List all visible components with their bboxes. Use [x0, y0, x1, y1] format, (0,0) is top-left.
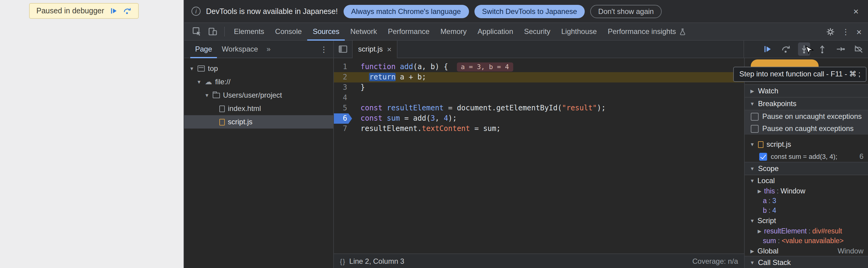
tree-item-scriptjs[interactable]: script.js: [184, 115, 333, 128]
info-icon: i: [191, 7, 200, 16]
code-area[interactable]: 1function add(a, b) {a = 3, b = 42 retur…: [334, 58, 744, 254]
scope-local-header[interactable]: Local: [745, 175, 868, 186]
code-token: return: [369, 73, 396, 81]
editor-tab-scriptjs[interactable]: script.js ×: [352, 40, 398, 58]
code-line-2[interactable]: 2 return a + b;: [334, 72, 744, 83]
tab-network[interactable]: Network: [345, 23, 382, 40]
scope-entry-this[interactable]: this: Window: [745, 186, 868, 196]
scope-entry-resultelement[interactable]: resultElement: div#result: [745, 226, 868, 236]
section-watch[interactable]: Watch: [745, 84, 868, 98]
tab-sources[interactable]: Sources: [307, 23, 345, 40]
step-out-button[interactable]: [816, 42, 828, 56]
code-line-1[interactable]: 1function add(a, b) {a = 3, b = 4: [334, 62, 744, 72]
tab-memory[interactable]: Memory: [435, 23, 472, 40]
debugger-controls-toolbar: [744, 41, 868, 58]
chevron-right-icon[interactable]: [757, 188, 762, 194]
match-chrome-language-button[interactable]: Always match Chrome's language: [343, 4, 469, 18]
tab-performance[interactable]: Performance: [382, 23, 435, 40]
dont-show-again-button[interactable]: Don't show again: [590, 4, 662, 18]
chevron-right-icon[interactable]: [749, 248, 755, 254]
chevron-down-icon[interactable]: [749, 166, 755, 171]
js-file-icon: [219, 119, 225, 125]
chevron-down-icon[interactable]: [196, 79, 202, 85]
inline-eval-badge: a = 3, b = 4: [457, 62, 513, 71]
tab-console[interactable]: Console: [270, 23, 307, 40]
tab-page[interactable]: Page: [190, 40, 217, 58]
code-token: );: [448, 114, 457, 122]
resume-script-icon[interactable]: [110, 7, 118, 15]
scope-script-header[interactable]: Script: [745, 215, 868, 226]
scope-entry-sum[interactable]: sum: <value unavailable>: [745, 236, 868, 245]
more-tabs-icon[interactable]: »: [263, 45, 274, 53]
line-number[interactable]: 7: [334, 124, 352, 134]
breakpoint-checkbox[interactable]: [759, 152, 767, 160]
tab-elements[interactable]: Elements: [228, 23, 270, 40]
tree-item-file-origin[interactable]: ☁ file://: [184, 75, 333, 89]
chevron-right-icon[interactable]: [757, 228, 762, 234]
code-line-6[interactable]: 6const sum = add(3, 4);: [334, 113, 744, 124]
tab-security[interactable]: Security: [519, 23, 556, 40]
section-scope[interactable]: Scope: [745, 162, 868, 175]
close-tab-icon[interactable]: ×: [387, 44, 392, 54]
tree-item-indexhtml[interactable]: index.html: [184, 102, 333, 115]
tab-application[interactable]: Application: [472, 23, 518, 40]
tab-lighthouse[interactable]: Lighthouse: [556, 23, 602, 40]
chevron-down-icon[interactable]: [189, 66, 194, 71]
line-number[interactable]: 2: [334, 72, 352, 83]
folder-icon: [213, 92, 220, 98]
chevron-down-icon[interactable]: [749, 142, 755, 147]
switch-to-japanese-button[interactable]: Switch DevTools to Japanese: [474, 4, 585, 18]
pause-uncaught-row[interactable]: Pause on uncaught exceptions: [745, 110, 868, 122]
code-line-3[interactable]: 3}: [334, 83, 744, 93]
panel-tab-strip: Page Workspace » ⋮ script.js ×: [184, 41, 868, 58]
inspect-element-icon[interactable]: [192, 27, 202, 36]
line-number[interactable]: 5: [334, 103, 352, 113]
tree-item-top[interactable]: top: [184, 62, 333, 75]
scope-global-header[interactable]: Global Window: [745, 245, 868, 257]
code-line-5[interactable]: 5const resultElement = document.getEleme…: [334, 103, 744, 113]
tab-workspace[interactable]: Workspace: [217, 40, 263, 58]
step-over-icon[interactable]: [123, 7, 131, 15]
file-navigator: top ☁ file:// Users/user/project index.h…: [184, 58, 334, 268]
chevron-down-icon[interactable]: [204, 92, 210, 98]
step-button[interactable]: [834, 42, 846, 56]
cursor-position: Line 2, Column 3: [349, 257, 404, 265]
breakpoint-marker[interactable]: 6: [334, 113, 352, 124]
breakpoint-file-group[interactable]: script.js: [745, 138, 868, 150]
breakpoint-entry[interactable]: const sum = add(3, 4); 6: [745, 150, 868, 162]
code-token: = document.getElementById(: [444, 104, 562, 112]
close-devtools-icon[interactable]: ×: [856, 26, 862, 37]
chevron-down-icon[interactable]: [749, 178, 755, 183]
section-call-stack[interactable]: Call Stack: [745, 256, 868, 268]
code-token: 4: [444, 114, 448, 122]
experiment-flask-icon: [678, 28, 686, 35]
code-line-7[interactable]: 7resultElement.textContent = sum;: [334, 124, 744, 134]
tree-item-project-folder[interactable]: Users/user/project: [184, 89, 333, 102]
chevron-down-icon[interactable]: [749, 101, 755, 107]
toggle-navigator-icon[interactable]: [339, 46, 347, 53]
code-line-4[interactable]: 4: [334, 93, 744, 103]
line-number[interactable]: 3: [334, 83, 352, 93]
pause-caught-checkbox[interactable]: [751, 125, 758, 132]
tab-performance-insights[interactable]: Performance insights: [602, 23, 692, 40]
sidebar-menu-icon[interactable]: ⋮: [320, 44, 333, 54]
chevron-right-icon[interactable]: [749, 88, 755, 94]
chevron-down-icon[interactable]: [749, 218, 755, 224]
chevron-down-icon[interactable]: [749, 260, 755, 265]
device-toolbar-icon[interactable]: [208, 27, 218, 36]
infobar-close-icon[interactable]: ×: [851, 6, 861, 17]
code-token: a + b;: [396, 73, 426, 81]
step-over-button[interactable]: [780, 42, 792, 56]
more-options-icon[interactable]: ⋮: [842, 27, 849, 36]
line-number[interactable]: 1: [334, 62, 352, 72]
scope-entry-b[interactable]: b: 4: [745, 206, 868, 215]
pause-caught-row[interactable]: Pause on caught exceptions: [745, 122, 868, 135]
deactivate-breakpoints-button[interactable]: [852, 42, 865, 56]
line-number[interactable]: 4: [334, 93, 352, 103]
section-breakpoints[interactable]: Breakpoints: [745, 97, 868, 110]
scope-entry-a[interactable]: a: 3: [745, 196, 868, 206]
settings-gear-icon[interactable]: [826, 27, 835, 36]
code-token: const: [361, 114, 387, 122]
pause-uncaught-checkbox[interactable]: [751, 113, 758, 120]
resume-script-button[interactable]: [762, 42, 774, 56]
